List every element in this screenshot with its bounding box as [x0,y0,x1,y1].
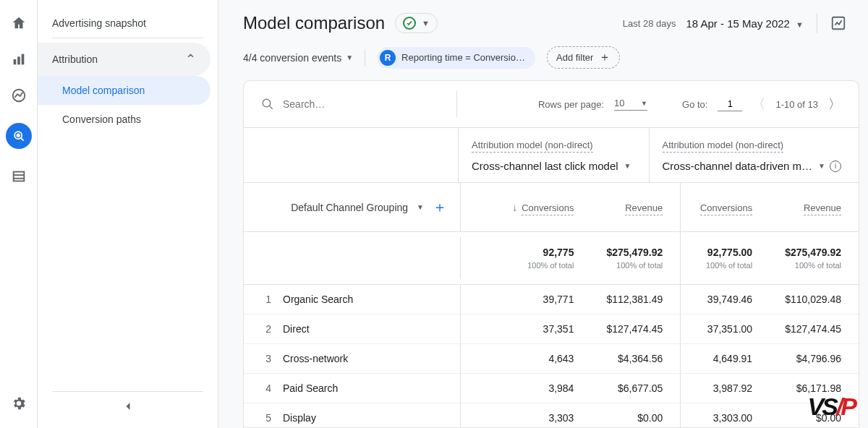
metric-header-conversions-b[interactable]: Conversions [681,187,770,228]
model-b-select[interactable]: Cross-channel data-driven m… ▼ i [663,160,842,172]
page-title: Model comparison ▼ [243,13,438,33]
rows-per-page-select[interactable]: 10▼ [614,98,647,111]
configure-icon[interactable] [10,168,27,185]
totals-a-rev: $275,479.92100% of total [591,232,680,284]
cell-a-conv: 37,351 [503,314,592,343]
divider [456,91,457,117]
sidebar-item-conversion-paths[interactable]: Conversion paths [38,105,210,134]
insights-icon[interactable] [830,15,846,31]
cell-b-conv: 3,303.00 [681,403,770,428]
model-b-name: Cross-channel data-driven m… [663,160,813,172]
add-filter-label: Add filter [556,52,593,63]
model-a-select[interactable]: Cross-channel last click model ▼ [472,160,631,172]
pagination: Rows per page: 10▼ Go to: 〈 1-10 of 13 〉 [538,95,841,113]
sidebar: Advertising snapshot Attribution ⌃ Model… [38,0,218,428]
metric-header-conversions-a[interactable]: ↓Conversions [503,187,592,228]
watermark-logo: VS/P [808,393,855,421]
check-circle-icon [403,17,416,30]
sidebar-item-label: Attribution [52,54,98,65]
collapse-sidebar-button[interactable] [38,399,218,414]
totals-b-conv: 92,775.00100% of total [681,232,770,284]
icon-rail [0,0,38,428]
dimension-spacer [244,128,459,182]
dimension-header[interactable]: Default Channel Grouping ▼ ＋ [244,183,461,231]
model-b-label: Attribution model (non-direct) [663,140,784,153]
chevron-up-icon: ⌃ [185,51,196,67]
cell-b-conv: 39,749.46 [681,285,770,314]
status-pill[interactable]: ▼ [395,13,438,33]
divider [817,13,817,33]
svg-point-5 [17,134,19,137]
row-dimension: 1Organic Search [244,285,461,314]
svg-line-11 [269,106,273,109]
cell-b-rev: $4,796.96 [770,344,859,373]
cell-b-conv: 37,351.00 [681,314,770,343]
date-range-text: 18 Apr - 15 May 2022 [686,17,790,30]
svg-rect-1 [17,56,20,64]
totals-row: 92,775100% of total $275,479.92100% of t… [244,232,859,285]
svg-point-10 [263,99,271,107]
divider [52,391,203,392]
table-row[interactable]: 5Display3,303$0.003,303.00$0.00 [244,403,859,429]
divider [52,38,203,38]
conversion-events-select[interactable]: 4/4 conversion events ▼ [243,52,353,64]
svg-rect-6 [13,172,24,181]
date-prefix: Last 28 days [623,18,676,29]
card-toolbar: Rows per page: 10▼ Go to: 〈 1-10 of 13 〉 [244,81,859,128]
explore-icon[interactable] [10,87,27,104]
cell-b-rev: $127,474.45 [770,314,859,343]
chevron-down-icon: ▼ [624,162,631,170]
totals-a-conv: 92,775100% of total [503,232,592,284]
plus-icon: ＋ [599,50,610,65]
cell-b-rev: $110,029.48 [770,285,859,314]
chevron-down-icon: ▼ [796,20,804,29]
main-content: Model comparison ▼ Last 28 days 18 Apr -… [218,0,868,428]
info-icon[interactable]: i [830,160,841,172]
add-dimension-button[interactable]: ＋ [433,197,447,217]
table-row[interactable]: 2Direct37,351$127,474.4537,351.00$127,47… [244,314,859,344]
row-dimension: 3Cross-network [244,344,461,373]
reporting-chip-text: Reporting time = Conversio… [401,52,525,63]
model-a-column: Attribution model (non-direct) Cross-cha… [459,128,649,182]
cell-a-rev: $0.00 [591,403,680,428]
sidebar-item-advertising-snapshot[interactable]: Advertising snapshot [38,9,218,38]
cell-a-rev: $127,474.45 [591,314,680,343]
svg-rect-2 [21,54,24,65]
metric-header-revenue-b[interactable]: Revenue [770,187,859,228]
bar-chart-icon[interactable] [10,51,27,68]
totals-dim-cell [244,237,461,279]
search-icon [261,98,274,111]
advertising-icon[interactable] [6,123,32,149]
row-dimension: 4Paid Search [244,374,461,403]
cell-a-rev: $112,381.49 [591,285,680,314]
search-input[interactable] [281,98,412,111]
comparison-table: Default Channel Grouping ▼ ＋ ↓Conversion… [244,183,859,428]
home-icon[interactable] [10,14,27,32]
prev-page-button[interactable]: 〈 [752,95,765,113]
cell-a-rev: $6,677.05 [591,374,680,403]
gear-icon[interactable] [10,395,27,412]
add-filter-button[interactable]: Add filter ＋ [547,46,620,69]
date-range-picker[interactable]: 18 Apr - 15 May 2022 ▼ [686,17,804,30]
goto-input[interactable] [718,98,742,111]
cell-a-conv: 4,643 [503,344,592,373]
filter-row: 4/4 conversion events ▼ R Reporting time… [218,40,868,80]
model-header-row: Attribution model (non-direct) Cross-cha… [244,128,859,183]
cell-b-conv: 4,649.91 [681,344,770,373]
cell-b-conv: 3,987.92 [681,374,770,403]
next-page-button[interactable]: 〉 [828,95,841,113]
page-title-text: Model comparison [243,13,385,33]
model-b-column: Attribution model (non-direct) Cross-cha… [650,128,859,182]
reporting-time-chip[interactable]: R Reporting time = Conversio… [377,47,535,69]
metric-header-revenue-a[interactable]: Revenue [591,187,680,228]
table-row[interactable]: 3Cross-network4,643$4,364.564,649.91$4,7… [244,344,859,374]
totals-b-rev: $275,479.92100% of total [770,232,859,284]
table-row[interactable]: 1Organic Search39,771$112,381.4939,749.4… [244,285,859,314]
chevron-down-icon: ▼ [417,203,424,211]
sidebar-item-model-comparison[interactable]: Model comparison [38,76,210,105]
pagination-text: 1-10 of 13 [775,99,818,110]
sort-arrow-icon: ↓ [512,202,517,213]
cell-a-conv: 3,984 [503,374,592,403]
table-row[interactable]: 4Paid Search3,984$6,677.053,987.92$6,171… [244,374,859,403]
sidebar-item-attribution[interactable]: Attribution ⌃ [38,43,210,76]
